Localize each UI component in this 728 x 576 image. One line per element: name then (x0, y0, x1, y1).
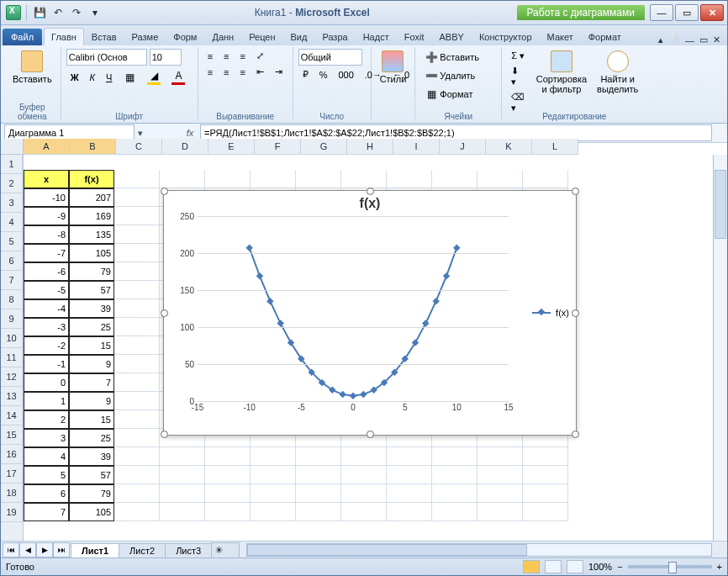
cell-B2[interactable]: 207 (69, 188, 114, 207)
undo-button[interactable]: ↶ (50, 5, 66, 20)
cell-I18[interactable] (387, 484, 432, 503)
tab-developer[interactable]: Разра (314, 28, 355, 45)
cell-C2[interactable] (114, 188, 160, 207)
underline-button[interactable]: Ч (102, 71, 116, 84)
cell-B1[interactable]: f(x) (69, 170, 114, 188)
sheet-nav-prev[interactable]: ◀ (19, 542, 36, 558)
sheet-nav-last[interactable]: ⏭ (53, 542, 70, 558)
cell-L18[interactable] (523, 484, 568, 503)
select-all-corner[interactable] (1, 139, 24, 155)
minimize-button[interactable]: — (650, 4, 673, 21)
cell-G16[interactable] (296, 447, 341, 466)
cell-C17[interactable] (114, 466, 160, 484)
col-header-G[interactable]: G (301, 139, 347, 155)
cell-C3[interactable] (114, 207, 160, 225)
tab-chart-design[interactable]: Конструктор (472, 28, 540, 45)
cell-A5[interactable]: -7 (24, 244, 69, 262)
col-header-I[interactable]: I (393, 139, 440, 155)
zoom-out-button[interactable]: − (617, 562, 622, 572)
font-name-select[interactable] (66, 49, 147, 66)
percent-button[interactable]: % (315, 68, 332, 82)
row-header-17[interactable]: 17 (1, 464, 23, 484)
cell-L17[interactable] (523, 466, 568, 484)
align-bottom-button[interactable]: ≡ (235, 50, 249, 63)
cell-D17[interactable] (160, 466, 205, 484)
help-icon[interactable]: ❔ (668, 34, 680, 45)
cell-D1[interactable] (160, 170, 205, 188)
cell-I16[interactable] (387, 447, 432, 466)
col-header-A[interactable]: A (24, 139, 70, 155)
row-header-12[interactable]: 12 (1, 367, 23, 387)
bold-button[interactable]: Ж (66, 71, 83, 84)
doc-close-icon[interactable]: ✕ (713, 34, 720, 45)
currency-button[interactable]: ₽ (298, 67, 313, 82)
paste-button[interactable]: Вставить (9, 49, 55, 86)
cell-B16[interactable]: 39 (69, 447, 114, 466)
sort-filter-button[interactable]: Сортировка и фильтр (533, 49, 590, 115)
row-header-16[interactable]: 16 (1, 445, 23, 464)
cell-E16[interactable] (205, 447, 251, 466)
cell-C10[interactable] (114, 336, 160, 355)
cell-J16[interactable] (432, 447, 477, 466)
row-header-5[interactable]: 5 (1, 232, 23, 251)
cell-H1[interactable] (341, 170, 387, 188)
cell-B6[interactable]: 79 (69, 262, 114, 281)
row-header-10[interactable]: 10 (1, 329, 23, 348)
tab-data[interactable]: Данн (204, 28, 241, 45)
cell-I19[interactable] (387, 503, 432, 521)
cell-A4[interactable]: -8 (24, 225, 69, 244)
tab-chart-layout[interactable]: Макет (540, 28, 581, 45)
fx-icon[interactable]: fx (180, 128, 200, 138)
cell-C11[interactable] (114, 355, 160, 373)
col-header-F[interactable]: F (255, 139, 301, 155)
vertical-scrollbar[interactable] (713, 155, 727, 542)
fill-button[interactable]: ⬇ ▾ (507, 64, 529, 89)
cell-F19[interactable] (251, 503, 296, 521)
cell-A17[interactable]: 5 (24, 466, 69, 484)
row-header-7[interactable]: 7 (1, 271, 23, 290)
tab-foxit[interactable]: Foxit (397, 28, 432, 45)
cell-A1[interactable]: x (24, 170, 69, 188)
row-header-4[interactable]: 4 (1, 213, 23, 232)
cell-B19[interactable]: 105 (69, 503, 114, 521)
align-left-button[interactable]: ≡ (203, 66, 217, 79)
cell-B9[interactable]: 25 (69, 318, 114, 336)
col-header-J[interactable]: J (440, 139, 486, 155)
cell-C5[interactable] (114, 244, 160, 262)
cell-J18[interactable] (432, 484, 477, 503)
cell-C4[interactable] (114, 225, 160, 244)
doc-restore-icon[interactable]: ▭ (699, 34, 708, 45)
cell-G17[interactable] (296, 466, 341, 484)
cell-A8[interactable]: -4 (24, 299, 69, 318)
cell-B10[interactable]: 15 (69, 336, 114, 355)
align-center-button[interactable]: ≡ (219, 66, 233, 79)
cell-E19[interactable] (205, 503, 251, 521)
cell-D18[interactable] (160, 484, 205, 503)
horizontal-scrollbar[interactable] (246, 543, 712, 557)
cell-C6[interactable] (114, 262, 160, 281)
zoom-level[interactable]: 100% (588, 562, 612, 572)
sheet-tab-3[interactable]: Лист3 (165, 543, 212, 558)
cell-G19[interactable] (296, 503, 341, 521)
cell-A3[interactable]: -9 (24, 207, 69, 225)
fill-color-button[interactable]: ◢ (143, 67, 165, 87)
tab-review[interactable]: Рецен (241, 28, 282, 45)
cell-L16[interactable] (523, 447, 568, 466)
cell-H19[interactable] (341, 503, 387, 521)
styles-button[interactable]: Стили (377, 49, 410, 86)
col-header-H[interactable]: H (347, 139, 393, 155)
row-header-8[interactable]: 8 (1, 290, 23, 309)
save-button[interactable]: 💾 (32, 5, 47, 20)
cell-F16[interactable] (251, 447, 296, 466)
cell-E18[interactable] (205, 484, 251, 503)
cell-A10[interactable]: -2 (24, 336, 69, 355)
close-button[interactable]: ✕ (700, 4, 724, 21)
embedded-chart[interactable]: f(x) 050100150200250 -15-10-5051015 f(x) (163, 190, 577, 436)
tab-home[interactable]: Главн (44, 28, 84, 45)
cell-I1[interactable] (387, 170, 432, 188)
cell-A18[interactable]: 6 (24, 484, 69, 503)
cell-B17[interactable]: 57 (69, 466, 114, 484)
cell-C1[interactable] (114, 170, 160, 188)
cell-F1[interactable] (251, 170, 296, 188)
cell-B11[interactable]: 9 (69, 355, 114, 373)
